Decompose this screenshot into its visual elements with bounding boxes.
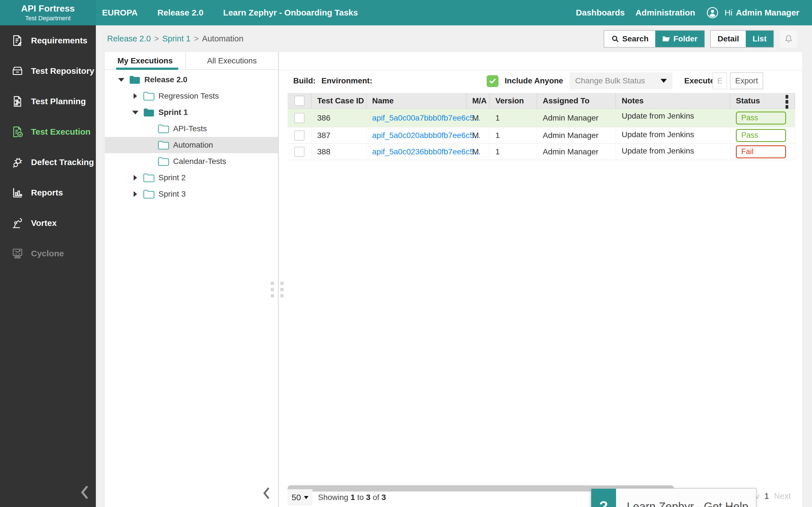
folder-closed-icon: [143, 173, 154, 182]
learn-zephyr-help-widget[interactable]: ? Learn Zephyr - Get Help: [591, 488, 756, 507]
sidebar-item-test-execution[interactable]: Test Execution: [0, 117, 96, 147]
tree-node-label: API-Tests: [173, 124, 207, 133]
include-anyone-label: Include Anyone: [505, 72, 563, 89]
search-button[interactable]: Search: [604, 31, 655, 47]
breadcrumb-release[interactable]: Release 2.0: [107, 34, 151, 43]
nav-administration[interactable]: Administration: [636, 8, 695, 17]
tree-node-calendar-tests[interactable]: Calendar-Tests: [105, 153, 278, 170]
tab-all-executions[interactable]: All Executions: [185, 52, 278, 69]
nav-dashboards[interactable]: Dashboards: [576, 8, 625, 17]
status-header-label: Status: [736, 96, 760, 105]
sidebar-item-test-repository[interactable]: Test Repository: [0, 56, 96, 86]
tree-node-regression-tests[interactable]: Regression Tests: [105, 88, 278, 104]
status-select[interactable]: Fail: [736, 145, 786, 158]
showing-total: 3: [382, 493, 386, 502]
breadcrumb-toolbar-row: Release 2.0 > Sprint 1 > Automation Sear…: [96, 25, 812, 52]
column-header-version: Version: [490, 93, 537, 108]
panel-resize-handle[interactable]: [271, 282, 284, 297]
folder-closed-icon: [143, 189, 154, 199]
folder-closed-icon: [143, 92, 154, 101]
cyclone-icon: [11, 247, 24, 260]
folder-icon: [662, 35, 670, 43]
nav-europa[interactable]: EUROPA: [102, 8, 138, 17]
user-name[interactable]: Admin Manager: [736, 8, 799, 17]
search-button-label: Search: [622, 34, 649, 43]
reports-icon: [11, 186, 24, 200]
executions-table: Test Case ID Name M/A Version Assigned T…: [288, 93, 795, 160]
test-case-name-link[interactable]: apif_5a0c00a7bbb0fb7ee6c5...: [372, 114, 481, 122]
breadcrumb: Release 2.0 > Sprint 1 > Automation: [107, 25, 243, 52]
caret-right-icon[interactable]: [132, 93, 139, 99]
tree-node-automation[interactable]: Automation: [105, 137, 278, 153]
row-checkbox[interactable]: [294, 113, 305, 123]
execute-key-button[interactable]: E: [712, 72, 727, 89]
row-checkbox[interactable]: [294, 130, 305, 140]
tree-collapse-chevron-icon[interactable]: [262, 487, 269, 499]
tree-node-release-2-0[interactable]: Release 2.0: [105, 71, 278, 88]
caret-down-icon[interactable]: [118, 78, 124, 82]
breadcrumb-current: Automation: [202, 34, 244, 43]
caret-down-icon[interactable]: [132, 111, 139, 114]
breadcrumb-sprint[interactable]: Sprint 1: [162, 34, 191, 43]
sidebar-item-cyclone[interactable]: Cyclone: [0, 238, 96, 269]
sidebar-item-test-planning[interactable]: Test Planning: [0, 86, 96, 117]
logo-title: API Fortress: [21, 3, 75, 14]
notifications-button[interactable]: [780, 30, 797, 48]
user-avatar-icon[interactable]: [706, 6, 719, 19]
tree-node-sprint-1[interactable]: Sprint 1: [105, 104, 278, 121]
table-header-row: Test Case ID Name M/A Version Assigned T…: [288, 93, 795, 109]
ma-value: M: [467, 109, 490, 127]
test-execution-icon: [11, 125, 24, 138]
row-checkbox[interactable]: [294, 147, 305, 157]
page-size-select[interactable]: 50: [288, 489, 312, 506]
sidebar-collapse-chevron-icon[interactable]: [79, 485, 90, 500]
breadcrumb-separator: >: [154, 34, 159, 43]
tree-node-api-tests[interactable]: API-Tests: [105, 121, 278, 137]
greeting-text: Hi: [725, 8, 732, 17]
caret-right-icon[interactable]: [132, 175, 139, 180]
tree-node-label: Regression Tests: [158, 92, 219, 101]
logo-subtitle: Test Department: [25, 15, 70, 22]
sidebar-item-defect-tracking[interactable]: Defect Tracking: [0, 147, 96, 177]
folder-button[interactable]: Folder: [655, 31, 704, 47]
tab-my-executions[interactable]: My Executions: [105, 52, 185, 69]
sidebar-item-label: Requirements: [31, 36, 87, 45]
bulk-status-value: Change Bulk Status: [575, 76, 645, 86]
test-case-name-link[interactable]: apif_5a0c0236bbb0fb7ee6c5...: [372, 147, 481, 156]
nav-learn-zephyr[interactable]: Learn Zephyr - Onboarding Tasks: [223, 8, 358, 17]
sidebar-item-reports[interactable]: Reports: [0, 177, 96, 208]
pagination-page-1[interactable]: 1: [764, 492, 769, 501]
folder-closed-icon: [158, 157, 169, 166]
pagination-next[interactable]: Next: [774, 492, 791, 501]
test-repository-icon: [11, 64, 24, 78]
tree-node-label: Sprint 2: [158, 173, 186, 182]
notes-value: Update from Jenkins: [616, 109, 730, 127]
change-bulk-status-select[interactable]: Change Bulk Status: [569, 72, 672, 89]
ma-value: M: [467, 144, 490, 160]
tree-node-sprint-2[interactable]: Sprint 2: [105, 170, 278, 186]
requirements-icon: [11, 34, 24, 47]
sidebar-item-vortex[interactable]: Vortex: [0, 208, 96, 238]
divider-line: [279, 70, 802, 70]
select-all-checkbox[interactable]: [294, 96, 305, 106]
list-button[interactable]: List: [746, 31, 773, 47]
nav-release[interactable]: Release 2.0: [157, 8, 203, 17]
include-anyone-checkbox[interactable]: [487, 75, 499, 87]
showing-of-word: of: [373, 493, 379, 502]
chevron-down-icon: [661, 79, 667, 83]
detail-button[interactable]: Detail: [711, 31, 746, 47]
status-select[interactable]: Pass: [736, 129, 786, 142]
table-row[interactable]: 386 apif_5a0c00a7bbb0fb7ee6c5... M 1 Adm…: [288, 109, 795, 127]
execution-tabs: My Executions All Executions: [105, 52, 278, 70]
caret-right-icon[interactable]: [132, 191, 139, 197]
app-logo: API Fortress Test Department: [0, 0, 96, 25]
column-menu-kebab-icon[interactable]: [785, 95, 788, 109]
sidebar-item-requirements[interactable]: Requirements: [0, 25, 96, 56]
status-select[interactable]: Pass: [736, 112, 786, 124]
export-button[interactable]: Export: [730, 72, 763, 89]
tree-node-sprint-3[interactable]: Sprint 3: [105, 186, 278, 202]
table-row[interactable]: 387 apif_5a0c020abbb0fb7ee6c5... M 1 Adm…: [288, 127, 795, 144]
test-case-name-link[interactable]: apif_5a0c020abbb0fb7ee6c5...: [372, 131, 481, 140]
sidebar-item-label: Defect Tracking: [31, 158, 94, 167]
table-row[interactable]: 388 apif_5a0c0236bbb0fb7ee6c5... M 1 Adm…: [288, 144, 795, 160]
